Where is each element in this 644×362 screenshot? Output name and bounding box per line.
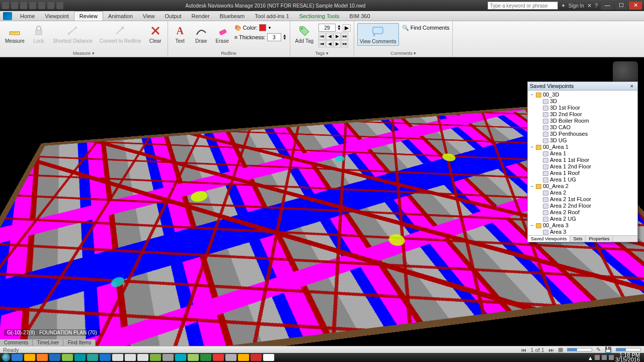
help-search-input[interactable] [488, 2, 558, 10]
sheet-nav-first-icon[interactable]: ⏮ [521, 347, 526, 353]
close-button[interactable]: ✕ [629, 2, 642, 10]
taskbar-app-icon[interactable] [100, 354, 111, 361]
spinner-icon[interactable]: ▲▼ [337, 25, 341, 31]
tab-animation[interactable]: Animation [103, 12, 138, 21]
color-row[interactable]: 🎨 Color: ▼ [234, 23, 287, 32]
qat-save-icon[interactable] [20, 2, 27, 9]
convert-redline-button[interactable]: Convert to Redline [98, 23, 143, 45]
tag-first2-icon[interactable]: ⏮ [318, 40, 326, 47]
taskbar-clock[interactable]: 1:18 PM 3/15/2016 [615, 353, 642, 362]
taskbar-app-icon[interactable] [225, 354, 236, 361]
infocenter-icon[interactable]: ✦ [561, 3, 566, 9]
tag-next-icon[interactable]: ▶ [334, 33, 341, 40]
sheet-nav-last-icon[interactable]: ⏭ [548, 347, 554, 353]
taskbar-app-icon[interactable] [175, 354, 186, 361]
panel-close-icon[interactable]: × [628, 83, 635, 89]
taskbar-app-icon[interactable] [49, 354, 60, 361]
dropdown-icon[interactable]: ▼ [268, 26, 272, 30]
tree-node[interactable]: Area 2 1st FLoor [530, 196, 635, 203]
qat-undo-icon[interactable] [38, 2, 45, 9]
taskbar-app-icon[interactable] [37, 354, 48, 361]
tree-node[interactable]: Area 1 UG [530, 176, 635, 183]
taskbar-app-icon[interactable] [87, 354, 98, 361]
lock-button[interactable]: Lock [30, 23, 48, 45]
viewpoints-tree[interactable]: −00_3D3D3D 1st Floor3D 2nd Floor3D Boile… [528, 90, 637, 235]
taskbar-app-icon[interactable] [200, 354, 211, 361]
clear-button[interactable]: Clear [146, 23, 165, 45]
tree-node[interactable]: 3D CAO [530, 124, 635, 131]
start-button[interactable] [2, 353, 10, 361]
erase-button[interactable]: Erase [213, 23, 231, 45]
tab-bluebeam[interactable]: Bluebeam [215, 12, 250, 21]
docked-tab-comments[interactable]: Comments [0, 339, 33, 346]
color-swatch[interactable] [259, 24, 266, 31]
tab-sectioning-tools[interactable]: Sectioning Tools [294, 12, 345, 21]
app-menu-button[interactable] [3, 12, 12, 20]
tab-review[interactable]: Review [74, 11, 103, 21]
taskbar-app-icon[interactable] [74, 354, 86, 361]
tab-render[interactable]: Render [187, 12, 215, 21]
text-button[interactable]: A Text [171, 23, 189, 45]
panel-tab-saved-viewpoints[interactable]: Saved Viewpoints [528, 236, 570, 242]
tag-prev2-icon[interactable]: ◀ [326, 40, 333, 47]
tray-flag-icon[interactable] [595, 355, 600, 360]
tag-prev-icon[interactable]: ◀ [326, 33, 333, 40]
panel-titlebar[interactable]: Saved Viewpoints × [528, 82, 637, 90]
tag-first-icon[interactable]: ⏮ [318, 33, 326, 40]
panel-tab-properties[interactable]: Properties [586, 236, 613, 242]
taskbar-app-icon[interactable] [112, 354, 123, 361]
tree-node[interactable]: Area 1 Roof [530, 170, 635, 176]
shortest-distance-button[interactable]: Shortest Distance [51, 23, 95, 45]
find-comments-button[interactable]: 🔍 Find Comments [402, 23, 450, 32]
tray-network-icon[interactable] [609, 355, 614, 360]
taskbar-app-icon[interactable] [213, 354, 224, 361]
taskbar-app-icon[interactable] [238, 354, 249, 361]
tree-node[interactable]: Area 2 Roof [530, 209, 635, 216]
qat-select-icon[interactable] [56, 2, 63, 9]
view-comments-button[interactable]: View Comments [357, 23, 399, 46]
qat-print-icon[interactable] [29, 2, 36, 9]
tray-up-icon[interactable]: ▲ [588, 355, 593, 360]
tab-view[interactable]: View [138, 12, 160, 21]
tree-node[interactable]: 3D [530, 98, 635, 105]
tree-node[interactable]: 3D Penthouses [530, 131, 635, 137]
tree-node[interactable]: −00_Area 3 [530, 222, 635, 229]
taskbar-app-icon[interactable] [150, 354, 161, 361]
tab-output[interactable]: Output [160, 12, 187, 21]
tag-last2-icon[interactable]: ⏭ [341, 40, 348, 47]
tag-number-input[interactable] [318, 24, 336, 32]
docked-tab-find-items[interactable]: Find Items [63, 339, 96, 346]
tree-node[interactable]: 3D 2nd Floor [530, 111, 635, 118]
taskbar-app-icon[interactable] [62, 354, 73, 361]
tree-node[interactable]: 3D Boiler Room [530, 118, 635, 124]
qat-open-icon[interactable] [11, 2, 18, 9]
taskbar-app-icon[interactable] [24, 354, 35, 361]
taskbar-app-icon[interactable] [137, 354, 148, 361]
exchange-icon[interactable]: ✕ [587, 3, 592, 9]
tree-node[interactable]: −00_Area 2 [530, 183, 635, 190]
taskbar-app-icon[interactable] [188, 354, 199, 361]
tree-node[interactable]: Area 2 [530, 190, 635, 196]
tree-node[interactable]: 3D 1st Floor [530, 105, 635, 111]
tray-volume-icon[interactable] [602, 355, 607, 360]
taskbar-app-icon[interactable] [251, 354, 262, 361]
sign-in-link[interactable]: Sign In [569, 3, 584, 9]
minimize-button[interactable]: — [601, 2, 614, 10]
sheet-browser-icon[interactable]: ▦ [558, 346, 563, 353]
thickness-input[interactable] [267, 33, 281, 41]
tree-node[interactable]: −00_Area 1 [530, 144, 635, 150]
tree-node[interactable]: −00_3D [530, 92, 635, 98]
tag-last-icon[interactable]: ⏭ [341, 33, 348, 40]
panel-tab-sets[interactable]: Sets [570, 236, 586, 242]
tree-node[interactable]: Area 2 2nd Floor [530, 203, 635, 209]
pencil-icon[interactable]: ✎ [596, 346, 601, 353]
tree-node[interactable]: Area 3 [530, 229, 635, 235]
taskbar-app-icon[interactable] [163, 354, 174, 361]
maximize-button[interactable]: ☐ [615, 2, 628, 10]
help-icon[interactable]: ? [595, 3, 598, 9]
taskbar-app-icon[interactable] [12, 354, 23, 361]
tag-next2-icon[interactable]: ▶ [334, 40, 341, 47]
tab-bim-360[interactable]: BIM 360 [345, 12, 375, 21]
spinner-icon[interactable]: ▲▼ [283, 34, 287, 40]
tag-go-icon[interactable]: ▶ [343, 24, 351, 32]
